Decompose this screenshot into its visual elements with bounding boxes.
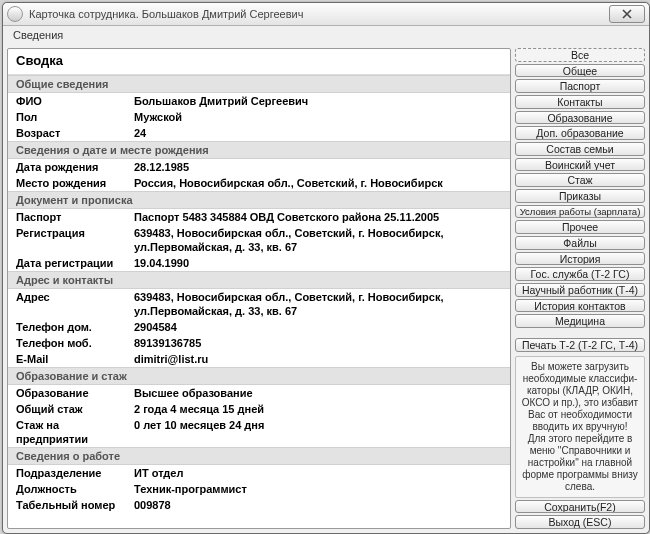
summary-title: Сводка <box>8 49 510 74</box>
label: Стаж на предприятии <box>8 418 134 446</box>
value: 19.04.1990 <box>134 256 510 270</box>
row-gender: ПолМужской <box>8 109 510 125</box>
label: Пол <box>8 110 134 124</box>
section-general: Общие сведения <box>8 75 510 93</box>
row-birthdate: Дата рождения28.12.1985 <box>8 159 510 175</box>
label: Должность <box>8 482 134 496</box>
row-department: ПодразделениеИТ отдел <box>8 465 510 481</box>
label: Телефон моб. <box>8 336 134 350</box>
section-birth: Сведения о дате и месте рождения <box>8 141 510 159</box>
nav-other[interactable]: Прочее <box>515 220 645 234</box>
label: Адрес <box>8 290 134 318</box>
nav-work-conditions[interactable]: Условия работы (зарплата) <box>515 205 645 219</box>
value: 28.12.1985 <box>134 160 510 174</box>
section-education: Образование и стаж <box>8 367 510 385</box>
row-passport: ПаспортПаспорт 5483 345884 ОВД Советског… <box>8 209 510 225</box>
label: Подразделение <box>8 466 134 480</box>
row-total-exp: Общий стаж2 года 4 месяца 15 дней <box>8 401 510 417</box>
nav-medicine[interactable]: Медицина <box>515 314 645 328</box>
value: 2 года 4 месяца 15 дней <box>134 402 510 416</box>
value: 2904584 <box>134 320 510 334</box>
section-documents: Документ и прописка <box>8 191 510 209</box>
value: 0 лет 10 месяцев 24 дня <box>134 418 510 446</box>
nav-military[interactable]: Воинский учет <box>515 158 645 172</box>
row-registration: Регистрация639483, Новосибирская обл., С… <box>8 225 510 255</box>
employee-card-window: Карточка сотрудника. Большаков Дмитрий С… <box>2 2 650 534</box>
label: Телефон дом. <box>8 320 134 334</box>
nav-orders[interactable]: Приказы <box>515 189 645 203</box>
row-fio: ФИОБольшаков Дмитрий Сергеевич <box>8 93 510 109</box>
nav-experience[interactable]: Стаж <box>515 173 645 187</box>
nav-passport[interactable]: Паспорт <box>515 79 645 93</box>
value: 24 <box>134 126 510 140</box>
row-address: Адрес639483, Новосибирская обл., Советск… <box>8 289 510 319</box>
save-button[interactable]: Сохранить(F2) <box>515 500 645 514</box>
value: ИТ отдел <box>134 466 510 480</box>
row-email: E-Maildimitri@list.ru <box>8 351 510 367</box>
section-contacts: Адрес и контакты <box>8 271 510 289</box>
menu-item-svedeniya[interactable]: Сведения <box>9 27 67 43</box>
nav-all[interactable]: Все <box>515 48 645 62</box>
value: 009878 <box>134 498 510 512</box>
row-tabnum: Табельный номер009878 <box>8 497 510 513</box>
menubar: Сведения <box>3 26 649 44</box>
app-icon <box>7 6 23 22</box>
nav-contacts[interactable]: Контакты <box>515 95 645 109</box>
label: ФИО <box>8 94 134 108</box>
nav-family[interactable]: Состав семьи <box>515 142 645 156</box>
value: Высшее образование <box>134 386 510 400</box>
nav-education[interactable]: Образование <box>515 111 645 125</box>
nav-history[interactable]: История <box>515 252 645 266</box>
label: Общий стаж <box>8 402 134 416</box>
nav-scientist[interactable]: Научный работник (Т-4) <box>515 283 645 297</box>
value: 639483, Новосибирская обл., Советский, г… <box>134 226 510 254</box>
label: Дата рождения <box>8 160 134 174</box>
label: Паспорт <box>8 210 134 224</box>
summary-body: Общие сведения ФИОБольшаков Дмитрий Серг… <box>8 74 510 528</box>
summary-panel: Сводка Общие сведения ФИОБольшаков Дмитр… <box>7 48 511 529</box>
nav-gov-service[interactable]: Гос. служба (Т-2 ГС) <box>515 267 645 281</box>
label: Регистрация <box>8 226 134 254</box>
sidebar: Все Общее Паспорт Контакты Образование Д… <box>515 48 645 529</box>
row-education: ОбразованиеВысшее образование <box>8 385 510 401</box>
value: Большаков Дмитрий Сергеевич <box>134 94 510 108</box>
nav-general[interactable]: Общее <box>515 64 645 78</box>
nav-extra-education[interactable]: Доп. образование <box>515 126 645 140</box>
value: Россия, Новосибирская обл., Советский, г… <box>134 176 510 190</box>
hint-text: Вы можете загрузить необходимые классифи… <box>515 356 645 498</box>
value: 89139136785 <box>134 336 510 350</box>
label: Место рождения <box>8 176 134 190</box>
close-icon <box>622 9 632 19</box>
row-age: Возраст24 <box>8 125 510 141</box>
label: Табельный номер <box>8 498 134 512</box>
row-phone-mob: Телефон моб.89139136785 <box>8 335 510 351</box>
row-position: ДолжностьТехник-программист <box>8 481 510 497</box>
row-birthplace: Место рожденияРоссия, Новосибирская обл.… <box>8 175 510 191</box>
label: Образование <box>8 386 134 400</box>
close-button[interactable] <box>609 5 645 23</box>
print-button[interactable]: Печать Т-2 (Т-2 ГС, Т-4) <box>515 338 645 352</box>
value: Техник-программист <box>134 482 510 496</box>
row-regdate: Дата регистрации19.04.1990 <box>8 255 510 271</box>
content-area: Сводка Общие сведения ФИОБольшаков Дмитр… <box>3 44 649 533</box>
row-company-exp: Стаж на предприятии0 лет 10 месяцев 24 д… <box>8 417 510 447</box>
exit-button[interactable]: Выход (ESC) <box>515 515 645 529</box>
nav-files[interactable]: Файлы <box>515 236 645 250</box>
value: Паспорт 5483 345884 ОВД Советского район… <box>134 210 510 224</box>
value: 639483, Новосибирская обл., Советский, г… <box>134 290 510 318</box>
section-work: Сведения о работе <box>8 447 510 465</box>
titlebar: Карточка сотрудника. Большаков Дмитрий С… <box>3 3 649 26</box>
row-phone-home: Телефон дом.2904584 <box>8 319 510 335</box>
label: Возраст <box>8 126 134 140</box>
value: dimitri@list.ru <box>134 352 510 366</box>
nav-contact-history[interactable]: История контактов <box>515 299 645 313</box>
label: Дата регистрации <box>8 256 134 270</box>
value: Мужской <box>134 110 510 124</box>
window-title: Карточка сотрудника. Большаков Дмитрий С… <box>29 8 603 20</box>
label: E-Mail <box>8 352 134 366</box>
